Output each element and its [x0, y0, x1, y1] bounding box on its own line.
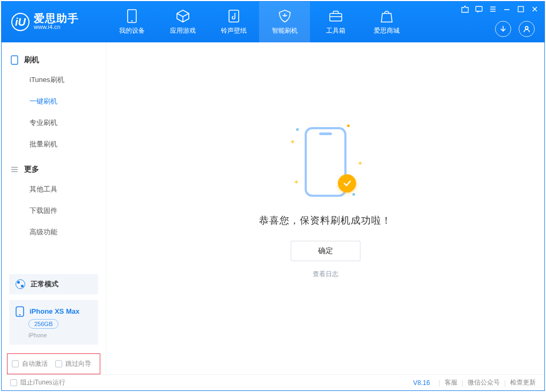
sidebar-item-advanced[interactable]: 高级功能: [2, 221, 106, 243]
mode-icon: [16, 279, 25, 289]
bag-icon: [380, 9, 394, 23]
sidebar: 刷机 iTunes刷机 一键刷机 专业刷机 批量刷机 更多 其他工具 下载固件 …: [2, 42, 106, 374]
device-box[interactable]: iPhone XS Max 256GB iPhone: [9, 300, 98, 345]
svg-point-6: [525, 26, 528, 29]
checkmark-badge-icon: [338, 174, 356, 193]
nav-my-device[interactable]: 我的设备: [106, 2, 157, 42]
mode-label: 正常模式: [31, 279, 58, 289]
svg-point-1: [131, 20, 132, 21]
sidebar-item-one-click-flash[interactable]: 一键刷机: [2, 91, 106, 112]
window-controls: [461, 5, 539, 13]
version-label: V8.16: [413, 379, 430, 387]
sidebar-group-more[interactable]: 更多: [2, 160, 106, 179]
success-illustration: ✦✦✦: [280, 122, 371, 202]
checkbox-auto-activate[interactable]: 自动激活: [12, 359, 48, 368]
nav-store[interactable]: 爱思商城: [361, 2, 412, 42]
toolbox-icon: [329, 9, 343, 23]
checkbox-icon: [12, 360, 19, 367]
logo-block[interactable]: iU 爱思助手 www.i4.cn: [2, 13, 106, 31]
header: iU 爱思助手 www.i4.cn 我的设备 应用游戏 铃声壁纸 智能刷机: [2, 2, 544, 42]
top-nav: 我的设备 应用游戏 铃声壁纸 智能刷机 工具箱 爱思商城: [106, 2, 412, 42]
device-subtype: iPhone: [28, 332, 92, 338]
device-storage-badge: 256GB: [28, 319, 58, 329]
nav-toolbox[interactable]: 工具箱: [310, 2, 361, 42]
svg-rect-4: [476, 6, 482, 11]
view-log-link[interactable]: 查看日志: [313, 270, 338, 279]
sidebar-scroll: 刷机 iTunes刷机 一键刷机 专业刷机 批量刷机 更多 其他工具 下载固件 …: [2, 42, 106, 269]
nav-apps-games[interactable]: 应用游戏: [157, 2, 208, 42]
phone-icon: [16, 306, 25, 316]
music-icon: [227, 9, 241, 23]
app-window: iU 爱思助手 www.i4.cn 我的设备 应用游戏 铃声壁纸 智能刷机: [1, 1, 545, 391]
svg-rect-7: [11, 56, 18, 64]
feedback-icon[interactable]: [475, 5, 483, 13]
checkbox-icon: [55, 360, 62, 367]
statusbar: 阻止iTunes运行 V8.16 | 客服 | 微信公众号 | 检查更新: [2, 374, 544, 390]
svg-rect-5: [518, 6, 523, 12]
shield-icon: [278, 9, 292, 23]
success-title: 恭喜您，保资料刷机成功啦！: [259, 214, 392, 227]
user-button[interactable]: [519, 21, 535, 37]
mode-box[interactable]: 正常模式: [9, 274, 98, 294]
phone-outline-icon: [10, 56, 19, 64]
logo-text: 爱思助手 www.i4.cn: [34, 13, 79, 31]
statusbar-right: V8.16 | 客服 | 微信公众号 | 检查更新: [413, 378, 536, 387]
ok-button[interactable]: 确定: [291, 241, 360, 261]
link-check-update[interactable]: 检查更新: [510, 378, 536, 387]
sidebar-item-batch-flash[interactable]: 批量刷机: [2, 134, 106, 155]
svg-point-9: [19, 314, 20, 315]
svg-rect-3: [329, 13, 341, 21]
cube-icon: [176, 9, 190, 23]
app-name-en: www.i4.cn: [34, 24, 79, 31]
app-name-cn: 爱思助手: [34, 13, 79, 24]
menu-icon[interactable]: [489, 5, 497, 13]
checkbox-block-itunes[interactable]: 阻止iTunes运行: [10, 378, 65, 387]
body: 刷机 iTunes刷机 一键刷机 专业刷机 批量刷机 更多 其他工具 下载固件 …: [2, 42, 544, 374]
download-button[interactable]: [495, 21, 511, 37]
main-content: ✦✦✦ 恭喜您，保资料刷机成功啦！ 确定 查看日志: [106, 42, 544, 374]
maximize-button[interactable]: [517, 5, 525, 13]
close-button[interactable]: [530, 5, 539, 13]
sidebar-item-download-firmware[interactable]: 下载固件: [2, 200, 106, 221]
link-wechat[interactable]: 微信公众号: [468, 378, 500, 387]
nav-ringtone-wallpaper[interactable]: 铃声壁纸: [208, 2, 259, 42]
sidebar-group-flash[interactable]: 刷机: [2, 51, 106, 69]
header-circle-buttons: [495, 21, 535, 37]
checkbox-icon: [10, 379, 17, 386]
minimize-button[interactable]: [503, 5, 511, 13]
list-icon: [10, 165, 19, 174]
sidebar-item-pro-flash[interactable]: 专业刷机: [2, 112, 106, 134]
sidebar-item-itunes-flash[interactable]: iTunes刷机: [2, 69, 106, 91]
logo-icon: iU: [11, 13, 29, 31]
device-icon: [125, 9, 139, 23]
svg-rect-2: [229, 10, 239, 22]
checkbox-skip-guide[interactable]: 跳过向导: [55, 359, 91, 368]
checkbox-bar: 自动激活 跳过向导: [7, 353, 100, 374]
device-name: iPhone XS Max: [29, 307, 79, 315]
nav-smart-flash[interactable]: 智能刷机: [259, 2, 310, 42]
device-block: 正常模式 iPhone XS Max 256GB iPhone: [2, 269, 106, 350]
link-support[interactable]: 客服: [445, 378, 458, 387]
sidebar-item-other-tools[interactable]: 其他工具: [2, 179, 106, 200]
theme-icon[interactable]: [461, 5, 469, 13]
